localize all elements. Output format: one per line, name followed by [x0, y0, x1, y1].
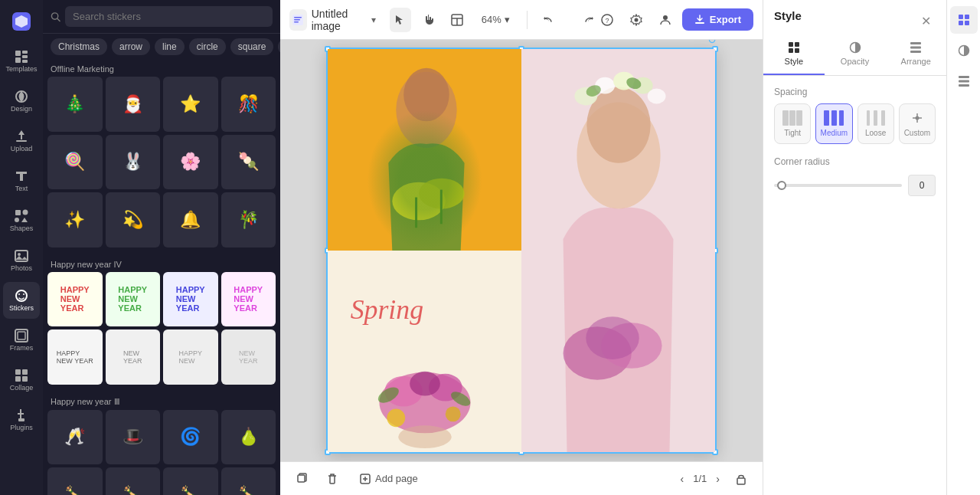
sticker-item[interactable]: 🌀	[163, 410, 218, 465]
svg-rect-8	[15, 210, 21, 215]
search-input[interactable]	[65, 6, 273, 27]
sidebar-item-stickers[interactable]: Stickers	[3, 282, 40, 319]
svg-rect-21	[15, 376, 21, 382]
sticker-item[interactable]: 🔔	[163, 192, 218, 248]
sticker-item[interactable]: 💫	[106, 192, 161, 248]
sidebar-item-design[interactable]: Design	[3, 83, 40, 120]
sticker-item[interactable]: 🐰	[106, 135, 161, 190]
sticker-item[interactable]: 🥂	[47, 410, 103, 465]
photo-cell-tulip-woman[interactable]	[328, 49, 521, 251]
zoom-control[interactable]: 64% ▾	[475, 11, 516, 28]
redo-button[interactable]	[567, 8, 587, 32]
tab-style-label: Style	[785, 57, 803, 66]
photo-cell-spring[interactable]: Spring	[328, 251, 521, 452]
right-nav-strip	[946, 0, 980, 495]
spacing-loose[interactable]: Loose	[858, 103, 894, 144]
duplicate-page-button[interactable]	[289, 467, 314, 491]
svg-rect-29	[294, 21, 299, 23]
sticker-item[interactable]: 🍡	[221, 135, 276, 190]
sticker-item[interactable]: 🎋	[221, 192, 276, 248]
spacing-tight[interactable]: Tight	[774, 103, 811, 144]
sticker-item[interactable]: ✨	[47, 192, 103, 248]
undo-button[interactable]	[538, 8, 559, 32]
svg-point-67	[410, 372, 440, 396]
close-panel-button[interactable]: ✕	[916, 12, 936, 30]
tag-arrow[interactable]: arrow	[112, 38, 150, 55]
sticker-item[interactable]: NEWYEAR	[221, 329, 276, 385]
stickers-panel: Christmas arrow line circle square bu...…	[43, 0, 280, 495]
spacing-section-label: Spacing	[774, 87, 936, 97]
sticker-item[interactable]: 🌸	[163, 135, 218, 190]
sticker-item[interactable]: HAPPYNEWYEAR	[163, 272, 218, 327]
rnav-opacity[interactable]	[950, 37, 978, 64]
select-tool-button[interactable]	[390, 8, 410, 32]
sticker-item[interactable]: 🎩	[106, 410, 161, 465]
delete-page-button[interactable]	[320, 467, 345, 491]
hand-tool-button[interactable]	[419, 8, 439, 32]
tab-opacity[interactable]: Opacity	[825, 33, 886, 75]
right-panel-tabs: Style Opacity Arrange	[763, 33, 946, 76]
file-dropdown-chevron[interactable]: ▾	[371, 15, 376, 25]
sticker-item[interactable]: 🎅	[106, 77, 161, 132]
export-button[interactable]: Export	[682, 8, 753, 31]
corner-radius-thumb[interactable]	[777, 181, 786, 190]
sticker-item[interactable]: NEWYEAR	[106, 329, 161, 385]
prev-page-button[interactable]: ‹	[678, 470, 688, 488]
sticker-item[interactable]: HAPPYNEW YEAR	[47, 329, 103, 385]
sticker-item[interactable]: 🎊	[221, 77, 276, 132]
lock-button[interactable]	[729, 467, 753, 491]
canvas-frame[interactable]: ↻	[326, 48, 717, 454]
settings-button[interactable]	[624, 8, 648, 32]
sticker-item[interactable]: HAPPYNEWYEAR	[47, 272, 103, 327]
svg-point-56	[648, 89, 666, 104]
sticker-item[interactable]: 🍭	[47, 135, 103, 190]
sticker-item[interactable]: 🎄	[47, 77, 103, 132]
tab-style[interactable]: Style	[763, 33, 825, 75]
svg-rect-47	[415, 198, 417, 228]
next-page-button[interactable]: ›	[713, 470, 723, 488]
rnav-style[interactable]	[950, 6, 978, 34]
tag-square[interactable]: square	[230, 38, 274, 55]
sticker-item[interactable]: HAPPYNEWYEAR	[106, 272, 161, 327]
sidebar-item-templates[interactable]: Templates	[3, 43, 40, 80]
help-button[interactable]: ?	[595, 8, 619, 32]
sticker-item[interactable]: 🍐	[221, 410, 276, 465]
sidebar-item-plugins[interactable]: Plugins	[3, 402, 40, 438]
sticker-item[interactable]: 🍾	[163, 467, 218, 495]
spacing-custom[interactable]: Custom	[899, 103, 936, 144]
spacing-custom-label: Custom	[904, 129, 930, 137]
sidebar-item-collage[interactable]: Collage	[3, 362, 40, 398]
sidebar-item-photos[interactable]: Photos	[3, 242, 40, 279]
sticker-item[interactable]: HAPPYNEW	[163, 329, 218, 385]
sidebar-item-shapes[interactable]: Shapes	[3, 202, 40, 239]
add-page-button[interactable]: Add page	[351, 468, 427, 489]
tag-christmas[interactable]: Christmas	[51, 38, 107, 55]
rotate-handle[interactable]: ↻	[706, 40, 718, 46]
rnav-arrange[interactable]	[950, 67, 978, 95]
sidebar-item-frames[interactable]: Frames	[3, 322, 40, 359]
sticker-item[interactable]: HAPPYNEWYEAR	[221, 272, 276, 327]
canvas-workspace[interactable]: Page 1 ··· ··· ↻	[280, 40, 763, 461]
svg-point-15	[18, 293, 20, 295]
corner-radius-slider[interactable]	[774, 184, 902, 187]
share-button[interactable]	[653, 8, 678, 32]
svg-point-9	[23, 210, 28, 215]
app-logo[interactable]	[3, 6, 40, 37]
tab-arrange[interactable]: Arrange	[885, 33, 946, 75]
photo-cell-flower-girl[interactable]	[521, 49, 715, 452]
sidebar-item-upload[interactable]: Upload	[3, 123, 40, 159]
tag-line[interactable]: line	[155, 38, 185, 55]
sticker-item[interactable]: ⭐	[163, 77, 218, 132]
svg-rect-1	[15, 51, 21, 56]
sticker-item[interactable]: 🍾	[47, 467, 103, 495]
tag-circle[interactable]: circle	[189, 38, 226, 55]
svg-rect-78	[789, 42, 793, 47]
sticker-item[interactable]: 🍾	[106, 467, 161, 495]
spacing-tight-visual	[782, 110, 803, 126]
panel-title: Style	[774, 9, 802, 22]
sidebar-item-text[interactable]: Text	[3, 162, 40, 199]
spacing-medium[interactable]: Medium	[815, 103, 852, 144]
sticker-item[interactable]: 🍾	[221, 467, 276, 495]
svg-rect-79	[795, 42, 799, 47]
layout-button[interactable]	[447, 8, 468, 32]
